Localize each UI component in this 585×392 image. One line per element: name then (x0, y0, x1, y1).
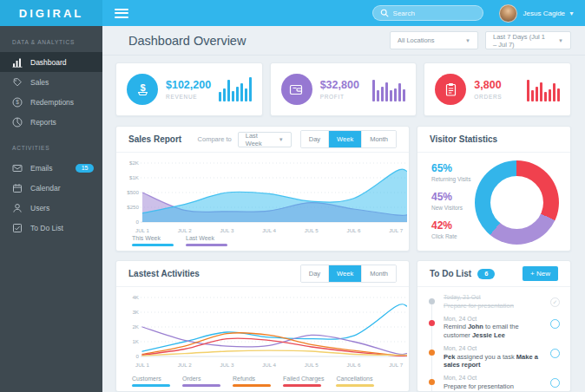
sidebar-item-to-do-list[interactable]: To Do List (0, 218, 102, 238)
legend-swatch (233, 384, 271, 387)
sidebar-item-label: Users (30, 204, 49, 212)
user-menu[interactable]: Jesus Cagide ▼ (499, 4, 585, 23)
sparkline-bar (385, 82, 388, 101)
svg-text:JUL 2: JUL 2 (178, 362, 192, 368)
card-title: Sales Report (128, 134, 181, 144)
visitor-stat-value: 42% (431, 219, 470, 232)
sparkline-bar (394, 88, 397, 101)
app-logo: DIGIRAL (0, 0, 102, 26)
sidebar-item-emails[interactable]: Emails15 (0, 158, 102, 178)
sidebar-item-label: Calendar (30, 184, 61, 193)
sparkline-bar (553, 83, 555, 101)
visitor-donut-chart (475, 160, 559, 245)
sparkline-bar (540, 82, 542, 101)
stat-value: $32,800 (320, 79, 359, 91)
legend-label: This Week (132, 235, 174, 241)
calendar-icon (12, 183, 23, 193)
todo-item[interactable]: Mon, 24 OctPek assigned you a task Make … (417, 343, 570, 372)
sparkline-bar (381, 87, 384, 101)
todo-checkbox[interactable] (550, 349, 560, 358)
visitor-statistics-card: Visitor Statistics 65%Returning Visits45… (417, 126, 571, 252)
svg-text:$2K: $2K (129, 160, 140, 166)
todo-date: Today, 21 Oct (444, 294, 542, 300)
legend-item-customers: Customers (132, 376, 170, 387)
location-filter-select[interactable]: All Locations ▼ (390, 31, 478, 49)
todo-count-badge: 6 (477, 269, 495, 279)
todo-item[interactable]: Mon, 24 OctPrepare for presentation (417, 372, 570, 392)
sparkline-bar (223, 88, 226, 101)
legend-item-last-week: Last Week (186, 235, 227, 246)
activities-range-month-button[interactable]: Month (361, 265, 396, 282)
compare-to-label: Compare to (198, 135, 232, 143)
activities-line-chart: 4K3K2K1K0JUL 1JUL 2JUL 3JUL 4JUL 5JUL 6J… (120, 291, 405, 374)
sidebar-item-label: Redemptions (30, 98, 74, 107)
sparkline-bar (372, 80, 375, 101)
legend-swatch (186, 244, 227, 246)
sidebar-item-dashboard[interactable]: Dashboard (0, 52, 102, 72)
date-range-select[interactable]: Last 7 Days (Jul 1 – Jul 7) ▼ (485, 31, 571, 49)
money-icon: $ (127, 74, 158, 105)
latest-activities-card: Lastest Activities DayWeekMonth 4K3K2K1K… (115, 260, 410, 392)
sidebar-item-label: Emails (30, 164, 53, 173)
activities-chart-legend: CustomersOrdersRefundsFailed ChargesCanc… (132, 376, 386, 387)
chevron-down-icon: ▼ (270, 137, 284, 142)
visitor-stats-list: 65%Returning Visits45%New Visitors42%Cli… (431, 162, 470, 248)
svg-text:$250: $250 (127, 204, 139, 210)
todo-text: Prepare for presentation (444, 302, 542, 310)
user-icon (12, 203, 23, 213)
todo-item[interactable]: Mon, 24 OctRemind John to email the cust… (417, 313, 570, 343)
sales-range-day-button[interactable]: Day (301, 131, 328, 147)
search-box[interactable] (372, 5, 483, 21)
visitor-stat-value: 65% (431, 162, 470, 174)
sidebar-item-redemptions[interactable]: $Redemptions (0, 92, 102, 112)
stat-card-revenue: $$102,200REVENUE (115, 62, 263, 116)
svg-text:JUL 4: JUL 4 (262, 227, 276, 233)
stat-value: 3,800 (474, 79, 502, 91)
legend-swatch (132, 244, 174, 246)
todo-checkbox[interactable] (550, 378, 560, 388)
sidebar-item-reports[interactable]: Reports (0, 112, 102, 132)
svg-text:JUL 3: JUL 3 (220, 362, 233, 368)
visitor-stat-label: New Visitors (431, 205, 470, 211)
visitor-stat-label: Click Rate (431, 233, 470, 239)
svg-text:JUL 2: JUL 2 (178, 227, 192, 233)
new-task-button[interactable]: + New (523, 266, 558, 281)
todo-item[interactable]: Today, 21 OctPrepare for presentation✓ (417, 291, 570, 313)
legend-item-cancellations: Cancellations (336, 376, 374, 387)
sidebar-item-users[interactable]: Users (0, 198, 102, 218)
hamburger-menu-icon[interactable] (115, 9, 128, 18)
visitor-statistics-header: Visitor Statistics (417, 127, 570, 153)
sidebar-item-label: To Do List (30, 224, 63, 232)
sales-range-week-button[interactable]: Week (328, 131, 361, 147)
sidebar-item-label: Reports (30, 118, 56, 127)
compare-to-select[interactable]: Last Week ▼ (238, 132, 292, 147)
legend-label: Orders (182, 376, 220, 382)
sales-range-group: DayWeekMonth (300, 130, 397, 148)
sales-report-header: Sales Report Compare to Last Week ▼ DayW… (116, 127, 409, 153)
topbar: DIGIRAL Jesus Cagide ▼ (0, 0, 585, 26)
svg-text:$: $ (16, 99, 19, 105)
search-input[interactable] (393, 10, 476, 17)
sparkline-bar-chart (219, 77, 252, 101)
sidebar-item-sales[interactable]: Sales (0, 72, 102, 92)
chevron-down-icon: ▼ (457, 38, 470, 43)
stat-label: REVENUE (166, 94, 211, 100)
svg-text:0: 0 (136, 353, 140, 359)
compare-to-value: Last Week (246, 132, 270, 147)
sales-range-month-button[interactable]: Month (361, 131, 396, 147)
svg-text:JUL 7: JUL 7 (389, 362, 403, 368)
sidebar-item-calendar[interactable]: Calendar (0, 178, 102, 198)
activities-range-day-button[interactable]: Day (301, 265, 328, 282)
visitor-stat-label: Returning Visits (431, 176, 470, 182)
envelope-icon (12, 163, 23, 173)
todo-date: Mon, 24 Oct (444, 316, 542, 322)
legend-item-this-week: This Week (132, 235, 174, 246)
todo-checkbox[interactable]: ✓ (550, 297, 560, 307)
svg-text:$500: $500 (127, 189, 139, 195)
sparkline-bar (544, 92, 547, 101)
todo-checkbox[interactable] (550, 319, 560, 329)
stat-label: PROFIT (320, 94, 359, 100)
activities-range-week-button[interactable]: Week (328, 265, 361, 282)
todo-list: Today, 21 OctPrepare for presentation✓Mo… (417, 287, 570, 392)
sparkline-bar-chart (372, 77, 405, 101)
